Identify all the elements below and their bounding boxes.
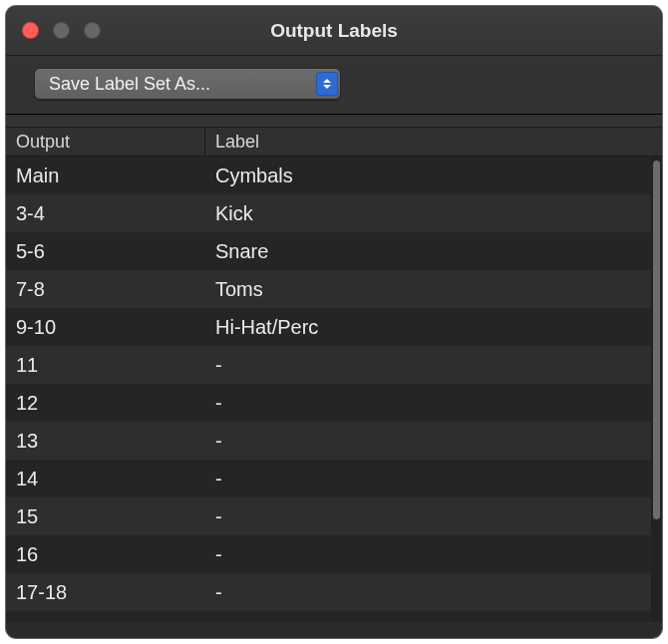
scrollbar-track[interactable] [651,157,662,622]
output-cell[interactable]: 11 [6,354,205,377]
table-body: MainCymbals3-4Kick5-6Snare7-8Toms9-10Hi-… [6,157,662,622]
label-cell[interactable]: - [205,619,651,623]
close-icon[interactable] [22,22,39,39]
column-header-label[interactable]: Label [205,128,662,156]
output-cell[interactable]: 17-18 [6,581,205,604]
label-cell[interactable]: - [205,505,651,528]
label-set-dropdown-label: Save Label Set As... [49,74,210,95]
table-row[interactable]: 12- [6,384,651,422]
label-cell[interactable]: - [205,430,651,453]
table-row[interactable]: 16- [6,535,651,573]
output-cell[interactable]: 15 [6,505,205,528]
label-cell[interactable]: - [205,354,651,377]
output-cell[interactable]: 9-10 [6,316,205,339]
output-labels-window: Output Labels Save Label Set As... Outpu… [6,6,662,638]
window-title: Output Labels [6,6,662,55]
output-cell[interactable]: 14 [6,468,205,490]
titlebar: Output Labels [6,6,662,56]
table-row[interactable]: 11- [6,346,651,384]
output-cell[interactable]: 19-20 [6,619,205,623]
label-cell[interactable]: Kick [205,202,651,225]
table-row[interactable]: 19-20- [6,611,651,622]
table-row[interactable]: 17-18- [6,573,651,611]
output-cell[interactable]: 12 [6,392,205,415]
zoom-icon[interactable] [84,22,101,39]
output-cell[interactable]: Main [6,164,205,187]
chevron-down-icon [323,85,331,89]
table-row[interactable]: 14- [6,460,651,497]
column-header-output[interactable]: Output [6,128,205,156]
label-cell[interactable]: Hi-Hat/Perc [205,316,651,339]
table-row[interactable]: MainCymbals [6,157,651,194]
label-cell[interactable]: Snare [205,240,651,263]
toolbar-separator [6,115,662,127]
table-row[interactable]: 13- [6,422,651,460]
output-cell[interactable]: 13 [6,430,205,453]
table-row[interactable]: 7-8Toms [6,270,651,308]
label-cell[interactable]: Toms [205,278,651,301]
scrollbar-thumb[interactable] [653,161,660,519]
label-cell[interactable]: Cymbals [205,164,651,187]
label-cell[interactable]: - [205,581,651,604]
table-row[interactable]: 9-10Hi-Hat/Perc [6,308,651,346]
output-cell[interactable]: 7-8 [6,278,205,301]
output-cell[interactable]: 16 [6,543,205,566]
chevron-up-icon [323,79,331,83]
traffic-lights [22,22,101,39]
label-set-dropdown[interactable]: Save Label Set As... [34,68,341,100]
table-row[interactable]: 5-6Snare [6,232,651,270]
label-cell[interactable]: - [205,468,651,490]
label-cell[interactable]: - [205,543,651,566]
table-rows: MainCymbals3-4Kick5-6Snare7-8Toms9-10Hi-… [6,157,651,622]
minimize-icon[interactable] [53,22,70,39]
table-row[interactable]: 3-4Kick [6,194,651,232]
table-header: Output Label [6,127,662,157]
table-row[interactable]: 15- [6,497,651,535]
output-cell[interactable]: 3-4 [6,202,205,225]
toolbar: Save Label Set As... [6,56,662,115]
updown-icon[interactable] [316,72,338,96]
output-cell[interactable]: 5-6 [6,240,205,263]
label-cell[interactable]: - [205,392,651,415]
